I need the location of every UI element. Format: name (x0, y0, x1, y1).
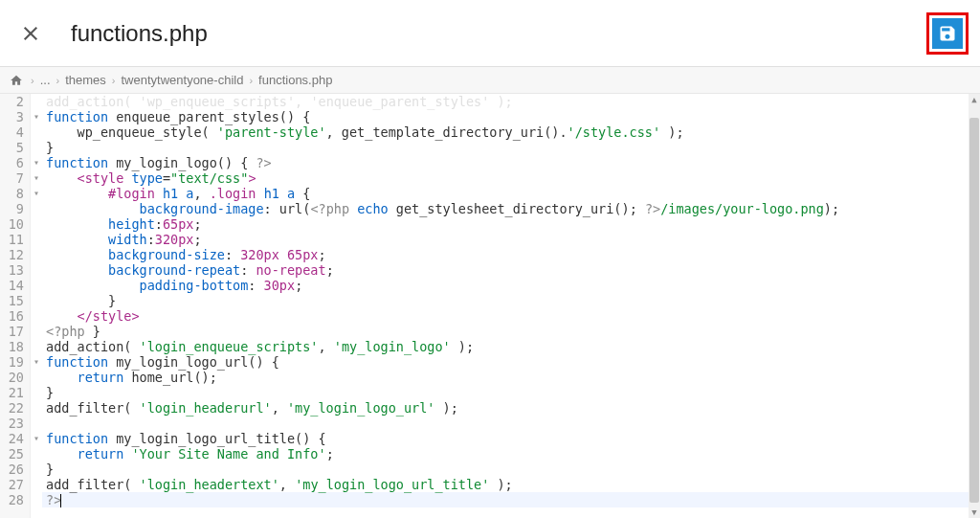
fold-marker-icon (31, 140, 42, 155)
line-number: 19 (0, 354, 24, 370)
fold-marker-icon (31, 262, 42, 278)
scroll-down-arrow-icon[interactable]: ▼ (969, 507, 980, 518)
fold-marker-icon[interactable]: ▾ (31, 155, 42, 170)
scroll-up-arrow-icon[interactable]: ▲ (969, 94, 980, 105)
fold-marker-icon (31, 278, 42, 293)
breadcrumb: › ... › themes › twentytwentyone-child ›… (0, 67, 980, 94)
line-number: 11 (0, 232, 24, 247)
fold-marker-icon (31, 232, 42, 247)
scroll-thumb[interactable] (969, 118, 979, 503)
code-editor[interactable]: 2345678910111213141516171819202122232425… (0, 94, 980, 518)
line-number: 10 (0, 216, 24, 232)
line-number: 24 (0, 431, 24, 446)
fold-marker-icon (31, 385, 42, 400)
fold-marker-icon[interactable]: ▾ (31, 109, 42, 124)
fold-marker-icon (31, 492, 42, 507)
breadcrumb-ellipsis[interactable]: ... (40, 73, 51, 87)
editor-header: functions.php (0, 0, 980, 67)
code-line[interactable]: add_filter( 'login_headerurl', 'my_login… (42, 400, 969, 416)
save-icon (932, 18, 963, 49)
line-number: 13 (0, 262, 24, 278)
line-number: 20 (0, 370, 24, 385)
code-line[interactable]: add_action( 'login_enqueue_scripts', 'my… (42, 339, 969, 354)
fold-marker-icon (31, 324, 42, 339)
line-number: 16 (0, 308, 24, 324)
line-number: 27 (0, 477, 24, 492)
line-number: 3 (0, 109, 24, 124)
fold-marker-icon (31, 293, 42, 308)
line-number: 18 (0, 339, 24, 354)
code-line[interactable]: #login h1 a, .login h1 a { (42, 186, 969, 201)
line-number: 4 (0, 124, 24, 140)
fold-marker-icon[interactable]: ▾ (31, 354, 42, 370)
fold-marker-icon (31, 416, 42, 431)
line-number: 6 (0, 155, 24, 170)
code-line[interactable]: return home_url(); (42, 370, 969, 385)
line-number: 2 (0, 94, 24, 109)
file-title: functions.php (71, 20, 208, 47)
code-line[interactable]: } (42, 385, 969, 400)
line-number: 25 (0, 446, 24, 462)
code-line[interactable]: height:65px; (42, 216, 969, 232)
code-line[interactable]: ?> (42, 492, 969, 507)
line-number: 22 (0, 400, 24, 416)
fold-marker-icon[interactable]: ▾ (31, 186, 42, 201)
code-line[interactable]: } (42, 462, 969, 477)
code-line[interactable]: </style> (42, 308, 969, 324)
breadcrumb-item[interactable]: twentytwentyone-child (122, 73, 244, 87)
code-line[interactable]: function my_login_logo_url_title() { (42, 431, 969, 446)
fold-marker-icon[interactable]: ▾ (31, 431, 42, 446)
code-line[interactable]: <style type="text/css"> (42, 170, 969, 186)
code-line[interactable]: } (42, 140, 969, 155)
home-icon[interactable] (10, 74, 23, 87)
code-line[interactable]: <?php } (42, 324, 969, 339)
fold-marker-icon (31, 94, 42, 109)
fold-marker-icon (31, 370, 42, 385)
breadcrumb-item[interactable]: functions.php (258, 73, 332, 87)
code-line[interactable]: background-repeat: no-repeat; (42, 262, 969, 278)
line-number: 14 (0, 278, 24, 293)
chevron-right-icon: › (112, 75, 116, 86)
code-line[interactable]: function my_login_logo_url() { (42, 354, 969, 370)
fold-marker-icon (31, 201, 42, 216)
fold-marker-icon (31, 308, 42, 324)
chevron-right-icon: › (31, 75, 34, 86)
code-line[interactable]: add_filter( 'login_headertext', 'my_logi… (42, 477, 969, 492)
fold-marker-icon (31, 124, 42, 140)
line-number: 21 (0, 385, 24, 400)
line-number: 8 (0, 186, 24, 201)
line-number: 28 (0, 492, 24, 507)
line-number: 9 (0, 201, 24, 216)
code-line[interactable]: function enqueue_parent_styles() { (42, 109, 969, 124)
close-icon[interactable] (11, 14, 50, 53)
fold-marker-icon (31, 477, 42, 492)
line-number: 5 (0, 140, 24, 155)
code-line[interactable]: background-image: url(<?php echo get_sty… (42, 201, 969, 216)
chevron-right-icon: › (56, 75, 60, 86)
fold-marker-icon (31, 247, 42, 262)
fold-marker-icon (31, 400, 42, 416)
code-line[interactable]: width:320px; (42, 232, 969, 247)
code-line[interactable]: function my_login_logo() { ?> (42, 155, 969, 170)
line-number: 7 (0, 170, 24, 186)
code-line[interactable] (42, 416, 969, 431)
fold-marker-icon[interactable]: ▾ (31, 170, 42, 186)
fold-marker-icon (31, 216, 42, 232)
code-line[interactable]: background-size: 320px 65px; (42, 247, 969, 262)
chevron-right-icon: › (249, 75, 253, 86)
code-line[interactable]: wp_enqueue_style( 'parent-style', get_te… (42, 124, 969, 140)
line-number: 12 (0, 247, 24, 262)
code-content[interactable]: add_action( 'wp_enqueue_scripts', 'enque… (42, 94, 969, 518)
fold-marker-icon (31, 446, 42, 462)
line-number: 23 (0, 416, 24, 431)
breadcrumb-item[interactable]: themes (65, 73, 106, 87)
save-button[interactable] (926, 12, 969, 55)
fold-gutter[interactable]: ▾▾▾▾▾▾ (31, 94, 42, 518)
vertical-scrollbar[interactable]: ▲ ▼ (969, 94, 980, 518)
code-line[interactable]: return 'Your Site Name and Info'; (42, 446, 969, 462)
code-line[interactable]: padding-bottom: 30px; (42, 278, 969, 293)
line-number-gutter: 2345678910111213141516171819202122232425… (0, 94, 31, 518)
code-line[interactable]: } (42, 293, 969, 308)
fold-marker-icon (31, 339, 42, 354)
code-line[interactable]: add_action( 'wp_enqueue_scripts', 'enque… (42, 94, 969, 109)
